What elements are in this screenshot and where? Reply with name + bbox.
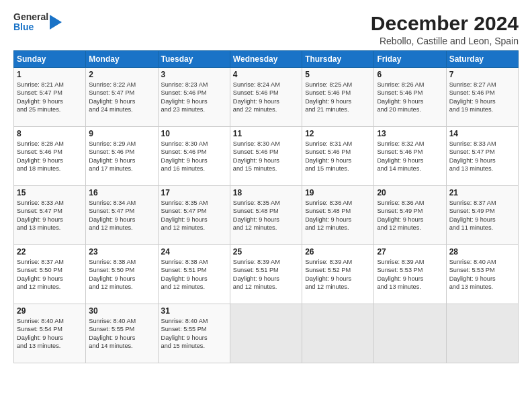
day-info: Sunrise: 8:31 AM Sunset: 5:46 PM Dayligh… [305, 140, 371, 173]
calendar-cell: 22Sunrise: 8:37 AM Sunset: 5:50 PM Dayli… [14, 245, 86, 304]
calendar-cell: 12Sunrise: 8:31 AM Sunset: 5:46 PM Dayli… [302, 127, 374, 186]
day-info: Sunrise: 8:37 AM Sunset: 5:49 PM Dayligh… [449, 199, 515, 232]
day-number: 12 [305, 129, 371, 138]
day-number: 24 [161, 247, 227, 257]
calendar-cell: 20Sunrise: 8:36 AM Sunset: 5:49 PM Dayli… [374, 186, 446, 245]
header-monday: Monday [86, 51, 158, 68]
day-number: 6 [377, 70, 443, 79]
day-info: Sunrise: 8:29 AM Sunset: 5:46 PM Dayligh… [89, 140, 154, 173]
day-number: 16 [89, 188, 154, 197]
header-wednesday: Wednesday [230, 51, 302, 68]
day-info: Sunrise: 8:35 AM Sunset: 5:47 PM Dayligh… [161, 199, 227, 232]
day-info: Sunrise: 8:38 AM Sunset: 5:50 PM Dayligh… [89, 258, 154, 291]
day-number: 29 [17, 306, 83, 316]
day-number: 18 [233, 188, 299, 197]
day-number: 8 [17, 129, 83, 138]
day-info: Sunrise: 8:36 AM Sunset: 5:48 PM Dayligh… [305, 199, 371, 232]
calendar-cell [446, 304, 518, 363]
day-info: Sunrise: 8:26 AM Sunset: 5:46 PM Dayligh… [377, 81, 443, 114]
page: General Blue December 2024 Rebollo, Cast… [0, 0, 532, 411]
calendar-cell [302, 304, 374, 363]
day-number: 22 [17, 247, 83, 257]
calendar-cell: 29Sunrise: 8:40 AM Sunset: 5:54 PM Dayli… [14, 304, 86, 363]
day-number: 14 [449, 129, 515, 138]
calendar-cell: 8Sunrise: 8:28 AM Sunset: 5:46 PM Daylig… [14, 127, 86, 186]
calendar-row: 8Sunrise: 8:28 AM Sunset: 5:46 PM Daylig… [14, 127, 519, 186]
day-number: 20 [377, 188, 443, 197]
day-info: Sunrise: 8:40 AM Sunset: 5:54 PM Dayligh… [17, 317, 83, 351]
day-info: Sunrise: 8:23 AM Sunset: 5:46 PM Dayligh… [161, 81, 227, 114]
calendar-row: 22Sunrise: 8:37 AM Sunset: 5:50 PM Dayli… [14, 245, 519, 304]
calendar-cell: 1Sunrise: 8:21 AM Sunset: 5:47 PM Daylig… [14, 68, 86, 127]
day-number: 11 [233, 129, 299, 138]
day-info: Sunrise: 8:40 AM Sunset: 5:53 PM Dayligh… [449, 258, 515, 291]
day-info: Sunrise: 8:40 AM Sunset: 5:55 PM Dayligh… [161, 317, 227, 351]
day-info: Sunrise: 8:33 AM Sunset: 5:47 PM Dayligh… [17, 199, 83, 232]
day-info: Sunrise: 8:30 AM Sunset: 5:46 PM Dayligh… [161, 140, 227, 173]
calendar-table: Sunday Monday Tuesday Wednesday Thursday… [13, 50, 519, 363]
title-block: December 2024 Rebollo, Castille and Leon… [371, 12, 519, 46]
calendar-cell: 9Sunrise: 8:29 AM Sunset: 5:46 PM Daylig… [86, 127, 158, 186]
logo-blue: Blue [13, 22, 48, 32]
day-number: 9 [89, 129, 154, 138]
day-info: Sunrise: 8:25 AM Sunset: 5:46 PM Dayligh… [305, 81, 371, 114]
calendar-cell: 30Sunrise: 8:40 AM Sunset: 5:55 PM Dayli… [86, 304, 158, 363]
day-number: 1 [17, 70, 83, 79]
calendar-cell: 26Sunrise: 8:39 AM Sunset: 5:52 PM Dayli… [302, 245, 374, 304]
day-header-row: Sunday Monday Tuesday Wednesday Thursday… [14, 51, 519, 68]
day-number: 15 [17, 188, 83, 197]
calendar-cell: 4Sunrise: 8:24 AM Sunset: 5:46 PM Daylig… [230, 68, 302, 127]
day-info: Sunrise: 8:30 AM Sunset: 5:46 PM Dayligh… [233, 140, 299, 173]
calendar-row: 29Sunrise: 8:40 AM Sunset: 5:54 PM Dayli… [14, 304, 519, 363]
day-info: Sunrise: 8:22 AM Sunset: 5:47 PM Dayligh… [89, 81, 154, 114]
calendar-cell: 23Sunrise: 8:38 AM Sunset: 5:50 PM Dayli… [86, 245, 158, 304]
day-info: Sunrise: 8:32 AM Sunset: 5:46 PM Dayligh… [377, 140, 443, 173]
calendar-cell: 27Sunrise: 8:39 AM Sunset: 5:53 PM Dayli… [374, 245, 446, 304]
svg-marker-0 [50, 15, 62, 30]
header-friday: Friday [374, 51, 446, 68]
logo-general: General [13, 12, 48, 22]
calendar-body: 1Sunrise: 8:21 AM Sunset: 5:47 PM Daylig… [14, 68, 519, 363]
calendar-cell: 24Sunrise: 8:38 AM Sunset: 5:51 PM Dayli… [158, 245, 230, 304]
calendar-cell: 13Sunrise: 8:32 AM Sunset: 5:46 PM Dayli… [374, 127, 446, 186]
day-number: 2 [89, 70, 154, 79]
calendar-cell: 5Sunrise: 8:25 AM Sunset: 5:46 PM Daylig… [302, 68, 374, 127]
calendar-row: 15Sunrise: 8:33 AM Sunset: 5:47 PM Dayli… [14, 186, 519, 245]
calendar-header: Sunday Monday Tuesday Wednesday Thursday… [14, 51, 519, 68]
calendar-cell [230, 304, 302, 363]
header-thursday: Thursday [302, 51, 374, 68]
day-info: Sunrise: 8:36 AM Sunset: 5:49 PM Dayligh… [377, 199, 443, 232]
calendar-cell: 3Sunrise: 8:23 AM Sunset: 5:46 PM Daylig… [158, 68, 230, 127]
day-number: 3 [161, 70, 227, 79]
day-number: 31 [161, 306, 227, 316]
calendar-cell: 28Sunrise: 8:40 AM Sunset: 5:53 PM Dayli… [446, 245, 518, 304]
calendar-cell: 6Sunrise: 8:26 AM Sunset: 5:46 PM Daylig… [374, 68, 446, 127]
day-number: 13 [377, 129, 443, 138]
calendar-cell: 7Sunrise: 8:27 AM Sunset: 5:46 PM Daylig… [446, 68, 518, 127]
day-number: 25 [233, 247, 299, 257]
calendar-cell: 18Sunrise: 8:35 AM Sunset: 5:48 PM Dayli… [230, 186, 302, 245]
calendar-cell: 19Sunrise: 8:36 AM Sunset: 5:48 PM Dayli… [302, 186, 374, 245]
day-info: Sunrise: 8:24 AM Sunset: 5:46 PM Dayligh… [233, 81, 299, 114]
day-info: Sunrise: 8:37 AM Sunset: 5:50 PM Dayligh… [17, 258, 83, 291]
calendar-cell [374, 304, 446, 363]
day-info: Sunrise: 8:40 AM Sunset: 5:55 PM Dayligh… [89, 317, 154, 351]
day-info: Sunrise: 8:39 AM Sunset: 5:51 PM Dayligh… [233, 258, 299, 291]
day-number: 10 [161, 129, 227, 138]
logo: General Blue [13, 12, 62, 33]
day-number: 21 [449, 188, 515, 197]
day-number: 23 [89, 247, 154, 257]
calendar-cell: 25Sunrise: 8:39 AM Sunset: 5:51 PM Dayli… [230, 245, 302, 304]
header: General Blue December 2024 Rebollo, Cast… [13, 12, 519, 46]
day-info: Sunrise: 8:21 AM Sunset: 5:47 PM Dayligh… [17, 81, 83, 114]
day-number: 28 [449, 247, 515, 257]
calendar-cell: 16Sunrise: 8:34 AM Sunset: 5:47 PM Dayli… [86, 186, 158, 245]
day-info: Sunrise: 8:39 AM Sunset: 5:52 PM Dayligh… [305, 258, 371, 291]
day-number: 7 [449, 70, 515, 79]
calendar-cell: 11Sunrise: 8:30 AM Sunset: 5:46 PM Dayli… [230, 127, 302, 186]
calendar-cell: 10Sunrise: 8:30 AM Sunset: 5:46 PM Dayli… [158, 127, 230, 186]
calendar-cell: 15Sunrise: 8:33 AM Sunset: 5:47 PM Dayli… [14, 186, 86, 245]
day-info: Sunrise: 8:33 AM Sunset: 5:47 PM Dayligh… [449, 140, 515, 173]
day-info: Sunrise: 8:34 AM Sunset: 5:47 PM Dayligh… [89, 199, 154, 232]
day-info: Sunrise: 8:39 AM Sunset: 5:53 PM Dayligh… [377, 258, 443, 291]
